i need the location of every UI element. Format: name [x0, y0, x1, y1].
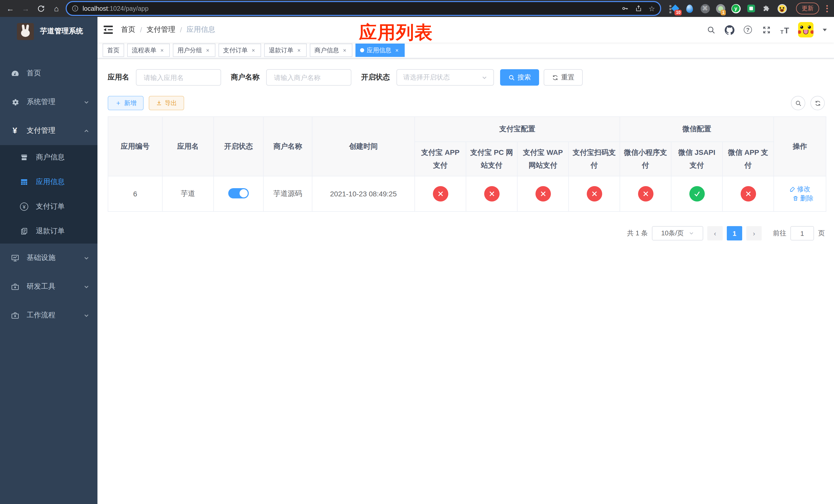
address-bar[interactable]: localhost:1024/pay/app ☆ — [66, 1, 661, 16]
font-size-icon[interactable]: TT — [780, 25, 790, 35]
next-page-button[interactable]: › — [746, 226, 762, 241]
document-icon — [20, 227, 29, 236]
main-area: 首页 / 支付管理 / 应用信息 ? — [97, 17, 834, 504]
merchant-name-input[interactable] — [273, 73, 345, 82]
search-button[interactable]: 搜索 — [500, 69, 539, 86]
search-icon[interactable] — [706, 25, 716, 35]
sidebar-item-system[interactable]: 系统管理 — [0, 88, 97, 116]
col-app-id: 应用编号 — [108, 117, 162, 176]
refresh-table-button[interactable] — [810, 96, 825, 110]
close-icon[interactable]: × — [159, 47, 165, 53]
app-name-input[interactable] — [142, 73, 214, 82]
reset-button[interactable]: 重置 — [544, 69, 583, 86]
prev-page-button[interactable]: ‹ — [707, 226, 723, 241]
sidebar-item-refund-order[interactable]: 退款订单 — [0, 219, 97, 244]
extension-emoji-avatar[interactable] — [777, 4, 787, 13]
sidebar-item-pay-order[interactable]: ¥ 支付订单 — [0, 194, 97, 219]
edit-button[interactable]: 修改 — [789, 185, 810, 194]
sidebar-item-merchant-info[interactable]: 商户信息 — [0, 145, 97, 170]
close-icon[interactable]: × — [342, 47, 348, 53]
page-size-select[interactable]: 10条/页 — [652, 226, 703, 241]
trash-icon — [792, 196, 798, 202]
payment-submenu: 商户信息 应用信息 ¥ 支付订单 — [0, 145, 97, 244]
toggle-search-button[interactable] — [791, 96, 805, 110]
col-wx-app: 微信 APP 支付 — [722, 142, 774, 176]
sidebar-toggle-icon[interactable] — [104, 26, 114, 34]
extension-command-icon[interactable]: ⌘ — [700, 4, 710, 13]
browser-reload-icon[interactable] — [35, 2, 47, 15]
col-created: 创建时间 — [312, 117, 415, 176]
close-icon[interactable]: × — [394, 47, 400, 53]
password-key-icon[interactable] — [621, 5, 629, 12]
export-button[interactable]: 导出 — [149, 96, 184, 110]
close-icon[interactable]: × — [296, 47, 302, 53]
alipay-pc-status-icon — [484, 186, 499, 202]
close-icon[interactable]: × — [250, 47, 257, 53]
bookmark-star-icon[interactable]: ☆ — [649, 4, 655, 13]
fullscreen-icon[interactable] — [761, 25, 771, 35]
browser-back-icon[interactable]: ← — [4, 2, 16, 15]
sidebar-item-home[interactable]: 首页 — [0, 59, 97, 88]
breadcrumb-current: 应用信息 — [187, 25, 215, 35]
pagination: 共 1 条 10条/页 ‹ 1 › 前往 页 — [108, 226, 825, 241]
browser-menu-icon[interactable] — [826, 5, 828, 12]
delete-button[interactable]: 删除 — [792, 194, 813, 203]
tab-refund-order[interactable]: 退款订单× — [264, 44, 307, 57]
tab-process-form[interactable]: 流程表单× — [127, 44, 170, 57]
sidebar-item-workflow[interactable]: 工作流程 — [0, 301, 97, 330]
cell-status — [214, 176, 263, 212]
share-icon[interactable] — [635, 5, 642, 12]
chevron-down-icon — [83, 283, 89, 290]
browser-home-icon[interactable]: ⌂ — [50, 2, 63, 15]
sidebar-logo[interactable]: 芋道管理系统 — [0, 17, 97, 46]
sidebar-item-app-info[interactable]: 应用信息 — [0, 170, 97, 194]
close-icon[interactable]: × — [205, 47, 211, 53]
store-icon — [20, 153, 29, 162]
browser-update-button[interactable]: 更新 — [796, 3, 819, 14]
app-name-label: 应用名 — [108, 73, 129, 82]
yen-circle-icon: ¥ — [20, 202, 29, 211]
site-info-icon[interactable] — [72, 5, 79, 12]
refresh-icon — [552, 74, 558, 81]
breadcrumb-payment[interactable]: 支付管理 — [147, 25, 175, 35]
url-text: localhost:1024/pay/app — [83, 5, 617, 12]
extension-green-y-icon[interactable]: y — [731, 4, 741, 13]
annotation-title: 应用列表 — [359, 21, 433, 45]
col-alipay-app: 支付宝 APP 支付 — [415, 142, 466, 176]
help-icon[interactable]: ? — [743, 25, 753, 35]
sidebar-item-payment[interactable]: ¥ 支付管理 — [0, 116, 97, 145]
col-alipay-wap: 支付宝 WAP 网站支付 — [517, 142, 569, 176]
user-avatar[interactable] — [798, 22, 813, 38]
github-icon[interactable] — [724, 25, 734, 35]
select-caret-icon — [689, 231, 694, 236]
briefcase-icon — [10, 311, 20, 320]
avatar-dropdown-icon[interactable] — [823, 28, 827, 31]
tab-merchant-info[interactable]: 商户信息× — [310, 44, 352, 57]
extension-gray-circle-icon[interactable]: 1 — [716, 4, 725, 13]
tab-home[interactable]: 首页 — [103, 44, 124, 57]
alipay-app-status-icon — [433, 186, 448, 202]
extension-balloon-icon[interactable] — [685, 4, 695, 13]
sidebar-item-infrastructure[interactable]: 基础设施 — [0, 244, 97, 272]
grid-icon — [20, 177, 29, 187]
wx-jsapi-status-icon — [689, 186, 704, 202]
status-select[interactable]: 请选择开启状态 — [396, 69, 494, 86]
top-navbar: 首页 / 支付管理 / 应用信息 ? — [97, 17, 834, 43]
tab-user-group[interactable]: 用户分组× — [173, 44, 215, 57]
browser-forward-icon[interactable]: → — [20, 2, 32, 15]
sidebar-item-dev-tools[interactable]: 研发工具 — [0, 272, 97, 301]
page-1-button[interactable]: 1 — [727, 226, 742, 241]
tab-pay-order[interactable]: 支付订单× — [219, 44, 261, 57]
breadcrumb-home[interactable]: 首页 — [121, 25, 135, 35]
extension-blue-diamond-icon[interactable]: 10 — [670, 4, 679, 13]
cell-merchant: 芋道源码 — [263, 176, 312, 212]
extension-green-square-icon[interactable] — [746, 4, 756, 13]
extensions-puzzle-icon[interactable] — [762, 4, 771, 13]
app-name-input-wrap — [136, 69, 221, 86]
refresh-icon — [814, 100, 821, 107]
add-button[interactable]: ＋ 新增 — [108, 96, 144, 110]
goto-page-input[interactable] — [790, 226, 814, 241]
status-toggle[interactable] — [228, 188, 249, 199]
tab-app-info[interactable]: 应用信息× — [355, 44, 405, 57]
col-wx-mini: 微信小程序支付 — [620, 142, 671, 176]
